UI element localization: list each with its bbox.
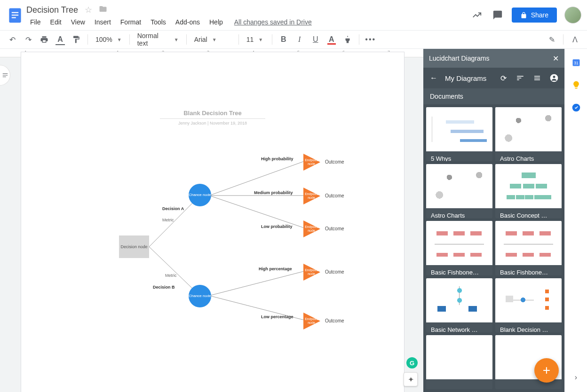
svg-rect-2 [12, 15, 18, 16]
outline-tab-icon[interactable] [0, 65, 10, 86]
spellcheck-icon[interactable]: A [54, 33, 67, 46]
expand-rail-icon[interactable]: › [571, 372, 581, 383]
doc-card-5whys[interactable]: 5 Whys [426, 107, 492, 161]
svg-line-9 [209, 271, 304, 296]
style-select[interactable]: Normal text▼ [135, 32, 182, 47]
save-status[interactable]: All changes saved in Drive [234, 18, 312, 26]
endpoint-node-1: Endpoint node [303, 154, 320, 171]
doc-card-astro2[interactable]: Astro Charts [426, 164, 492, 218]
outcome-5: Outcome [325, 318, 344, 323]
tasks-icon[interactable] [571, 102, 581, 113]
menu-file[interactable]: File [26, 16, 45, 28]
outcome-2: Outcome [325, 193, 344, 198]
panel-list-icon[interactable] [531, 72, 543, 84]
chance-node-a: Chance node [189, 184, 211, 206]
svg-rect-3 [12, 17, 16, 18]
svg-rect-1 [12, 12, 18, 13]
bold-icon[interactable]: B [277, 33, 290, 46]
document-grid[interactable]: 5 Whys Astro Charts Astro Charts Basic C… [423, 104, 564, 392]
document-page: Blank Decision Tree Jenny Jackson | Nove… [21, 52, 405, 392]
label-low-pct: Low percentage [261, 314, 294, 319]
label-high-pct: High percentage [259, 267, 292, 271]
label-decision-b: Decision B [153, 285, 175, 290]
document-title[interactable]: Decision Tree [26, 5, 78, 15]
zoom-select[interactable]: 100%▼ [93, 36, 125, 43]
panel-close-icon[interactable]: ✕ [553, 54, 559, 63]
svg-point-12 [553, 76, 555, 78]
undo-icon[interactable]: ↶ [6, 33, 19, 46]
doc-card-astro1[interactable]: Astro Charts [495, 107, 562, 161]
document-canvas[interactable]: 1 12 34 56 7 Show optimal path (Hold Shi… [0, 49, 423, 392]
label-metric-b: Metric [165, 273, 177, 278]
doc-card-extra1[interactable] [426, 335, 492, 389]
outcome-1: Outcome [325, 159, 344, 165]
editing-mode-icon[interactable]: ✎ [545, 33, 558, 46]
panel-sort-icon[interactable] [515, 72, 526, 84]
label-decision-a: Decision A [162, 206, 184, 211]
doc-card-concept[interactable]: Basic Concept … [495, 164, 562, 218]
redo-icon[interactable]: ↷ [22, 33, 35, 46]
menu-addons[interactable]: Add-ons [172, 16, 204, 28]
share-button-label: Share [531, 11, 548, 19]
comments-icon[interactable] [491, 8, 504, 22]
grammarly-icon[interactable]: G [406, 357, 418, 368]
chance-node-b: Chance node [189, 285, 211, 307]
format-toolbar: ↶ ↷ A 100%▼ Normal text▼ Arial▼ 11▼ B I … [0, 30, 587, 49]
share-button[interactable]: Share [512, 8, 557, 23]
menu-view[interactable]: View [67, 16, 89, 28]
docs-app-icon[interactable] [6, 6, 24, 24]
endpoint-node-4: Endpoint node [303, 264, 320, 281]
svg-line-8 [209, 196, 304, 228]
panel-refresh-icon[interactable]: ⟳ [498, 72, 509, 84]
app-header: Decision Tree ☆ File Edit View Insert Fo… [0, 0, 587, 30]
outcome-4: Outcome [325, 269, 344, 274]
lucidchart-panel: Lucidchart Diagrams ✕ ← My Diagrams ⟳ Do… [423, 49, 564, 392]
label-high-prob: High probability [261, 157, 294, 161]
panel-section-title: Documents [430, 93, 463, 100]
more-icon[interactable]: ••• [364, 33, 377, 46]
menu-edit[interactable]: Edit [47, 16, 65, 28]
endpoint-node-3: Endpoint node [303, 220, 320, 237]
menu-insert[interactable]: Insert [91, 16, 115, 28]
panel-title: Lucidchart Diagrams [429, 55, 489, 62]
doc-card-network[interactable]: Basic Network … [426, 278, 492, 332]
menu-help[interactable]: Help [206, 16, 227, 28]
menu-tools[interactable]: Tools [147, 16, 170, 28]
panel-nav-title: My Diagrams [445, 74, 492, 82]
svg-text:31: 31 [574, 61, 579, 65]
label-med-prob: Medium probability [254, 190, 293, 195]
underline-icon[interactable]: U [309, 33, 322, 46]
calendar-icon[interactable]: 31 [571, 57, 581, 68]
font-size-select[interactable]: 11▼ [244, 36, 267, 43]
decision-node: Decision node [119, 235, 149, 258]
label-metric-a: Metric [162, 218, 174, 222]
user-avatar[interactable] [564, 7, 581, 24]
label-low-prob: Low probability [261, 224, 293, 229]
highlight-icon[interactable] [341, 33, 354, 46]
keep-icon[interactable] [571, 80, 581, 90]
side-rail: 31 › [564, 49, 587, 392]
collapse-toolbar-icon[interactable]: ᐱ [568, 33, 581, 46]
menu-bar: File Edit View Insert Format Tools Add-o… [26, 16, 470, 28]
diagram-lines [21, 52, 405, 392]
endpoint-node-5: Endpoint node [303, 313, 320, 329]
folder-icon[interactable] [99, 5, 107, 16]
endpoint-node-2: Endpoint node [303, 188, 320, 204]
doc-card-fish2[interactable]: Basic Fishbone… [495, 221, 562, 275]
paint-format-icon[interactable] [70, 33, 83, 46]
italic-icon[interactable]: I [293, 33, 306, 46]
activity-icon[interactable] [470, 8, 484, 22]
panel-account-icon[interactable] [548, 72, 560, 84]
text-color-icon[interactable]: A [325, 33, 338, 46]
create-diagram-fab[interactable]: + [534, 358, 559, 383]
panel-back-icon[interactable]: ← [428, 72, 439, 84]
menu-format[interactable]: Format [117, 16, 145, 28]
explore-button[interactable]: ✦ [404, 372, 418, 386]
print-icon[interactable] [38, 33, 51, 46]
star-icon[interactable]: ☆ [85, 5, 92, 15]
outcome-3: Outcome [325, 226, 344, 231]
doc-card-fish1[interactable]: Basic Fishbone… [426, 221, 492, 275]
doc-card-decision[interactable]: Blank Decision … [495, 278, 562, 332]
font-select[interactable]: Arial▼ [191, 36, 234, 43]
